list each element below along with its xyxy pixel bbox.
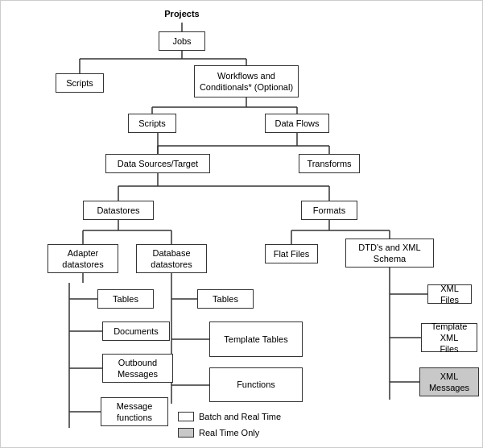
database-node: Databasedatastores xyxy=(136,244,207,273)
formats-node: Formats xyxy=(301,201,357,220)
functions-node: Functions xyxy=(209,367,303,402)
legend-batch-label: Batch and Real Time xyxy=(199,412,281,421)
legend-batch: Batch and Real Time xyxy=(178,412,281,421)
xmlfiles-node: XML Files xyxy=(427,284,472,304)
transforms-node: Transforms xyxy=(299,154,360,173)
legend-realtime: Real Time Only xyxy=(178,428,259,438)
templatexml-node: Template XMLFiles xyxy=(421,323,477,352)
scripts-mid-node: Scripts xyxy=(128,114,176,133)
legend-realtime-label: Real Time Only xyxy=(199,428,259,438)
adapter-node: Adapterdatastores xyxy=(47,244,118,273)
dataflows-node: Data Flows xyxy=(265,114,329,133)
legend-realtime-box xyxy=(178,428,194,438)
msgfunctions-node: Messagefunctions xyxy=(101,397,168,426)
flatfiles-node: Flat Files xyxy=(265,244,318,263)
documents-node: Documents xyxy=(102,321,170,341)
template-tables-node: Template Tables xyxy=(209,321,303,357)
tables-left-node: Tables xyxy=(97,289,154,309)
projects-label: Projects xyxy=(150,5,214,23)
tables-right-node: Tables xyxy=(197,289,254,309)
datastores-node: Datastores xyxy=(83,201,154,220)
datasources-node: Data Sources/Target xyxy=(105,154,210,173)
legend-batch-box xyxy=(178,412,194,421)
jobs-node: Jobs xyxy=(159,31,205,51)
workflows-node: Workflows andConditionals* (Optional) xyxy=(194,65,299,97)
dtd-node: DTD's and XMLSchema xyxy=(345,239,434,268)
scripts-top-node: Scripts xyxy=(56,73,104,93)
xmlmessages-node: XML Messages xyxy=(419,367,479,396)
diagram: Projects Jobs Scripts Workflows andCondi… xyxy=(0,0,483,448)
outbound-node: OutboundMessages xyxy=(102,354,173,383)
